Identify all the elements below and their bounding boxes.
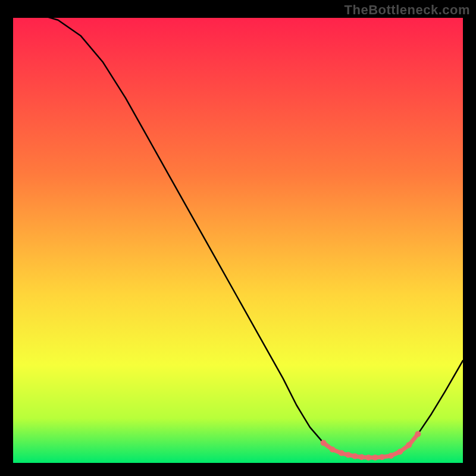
- optimal-range-point: [359, 454, 365, 460]
- plot-area: [13, 18, 463, 463]
- optimal-range-point: [372, 455, 378, 461]
- optimal-range-point: [345, 452, 351, 458]
- watermark-text: TheBottleneck.com: [345, 2, 470, 18]
- gradient-background: [13, 18, 463, 463]
- optimal-range-point: [406, 442, 412, 448]
- chart-frame: TheBottleneck.com: [0, 0, 476, 476]
- chart-svg: [13, 18, 463, 463]
- optimal-range-point: [388, 453, 394, 459]
- optimal-range-point: [365, 455, 371, 461]
- optimal-range-point: [397, 449, 403, 455]
- optimal-range-point: [339, 450, 345, 456]
- optimal-range-point: [415, 431, 421, 437]
- optimal-range-point: [330, 447, 336, 453]
- optimal-range-point: [352, 453, 358, 459]
- optimal-range-point: [379, 454, 385, 460]
- optimal-range-point: [321, 440, 327, 446]
